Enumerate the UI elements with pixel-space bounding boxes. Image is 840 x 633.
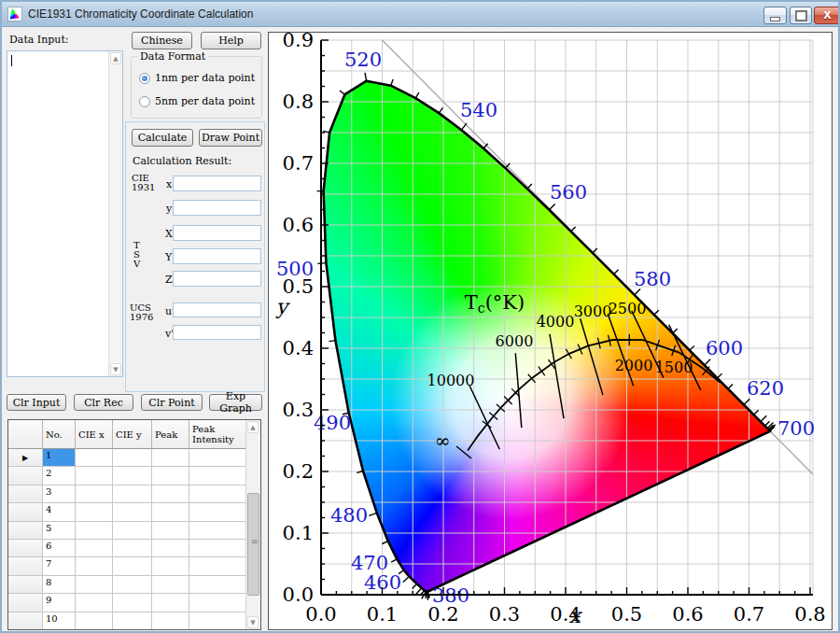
calculate-button[interactable]: Calculate xyxy=(132,129,193,147)
table-cell[interactable] xyxy=(76,557,113,575)
row-selector[interactable] xyxy=(8,503,43,521)
table-cell[interactable] xyxy=(189,522,247,540)
table-cell[interactable] xyxy=(113,467,152,485)
row-selector[interactable] xyxy=(8,522,43,540)
table-scroll-down-icon[interactable]: ▼ xyxy=(247,616,259,628)
table-row[interactable]: 6 xyxy=(8,540,247,557)
radio-1nm-icon[interactable] xyxy=(139,73,150,84)
row-selector[interactable] xyxy=(8,612,43,630)
table-cell[interactable] xyxy=(76,576,113,594)
table-scrollbar[interactable]: ▲ ▼ xyxy=(245,420,260,629)
table-cell[interactable] xyxy=(76,540,113,557)
textarea-scrollbar[interactable]: ▲ ▼ xyxy=(108,51,122,376)
table-cell[interactable] xyxy=(189,485,247,503)
row-selector[interactable] xyxy=(8,467,43,485)
table-cell[interactable] xyxy=(113,557,152,575)
radio-1nm[interactable]: 1nm per data point xyxy=(139,72,255,84)
table-cell[interactable] xyxy=(76,449,113,467)
data-input-textarea[interactable]: ▲ ▼ xyxy=(7,50,123,377)
cell-no[interactable]: 6 xyxy=(43,540,76,557)
tsv-x-field[interactable] xyxy=(173,225,261,241)
table-cell[interactable] xyxy=(152,485,189,503)
table-cell[interactable] xyxy=(113,594,152,612)
row-selector[interactable] xyxy=(8,557,43,575)
table-row[interactable]: 9 xyxy=(8,594,247,612)
table-cell[interactable] xyxy=(113,540,152,557)
cell-no[interactable]: 7 xyxy=(43,557,76,575)
table-cell[interactable] xyxy=(76,594,113,612)
chinese-button[interactable]: Chinese xyxy=(132,32,192,49)
cell-no[interactable]: 2 xyxy=(43,467,76,485)
table-cell[interactable] xyxy=(152,612,189,630)
close-button[interactable]: X xyxy=(814,7,840,24)
cell-no[interactable]: 3 xyxy=(43,485,76,503)
title-bar[interactable]: CIE1931 Chromaticity Coordinate Calculat… xyxy=(2,2,838,27)
table-cell[interactable] xyxy=(189,557,247,575)
tsv-z-field[interactable] xyxy=(173,271,261,287)
row-selector[interactable] xyxy=(8,576,43,594)
table-cell[interactable] xyxy=(152,522,189,540)
table-cell[interactable] xyxy=(152,449,189,467)
row-selector[interactable]: ▶ xyxy=(8,449,43,467)
table-cell[interactable] xyxy=(152,594,189,612)
table-cell[interactable] xyxy=(76,503,113,521)
table-cell[interactable] xyxy=(152,503,189,521)
table-cell[interactable] xyxy=(189,540,247,557)
row-selector[interactable] xyxy=(8,540,43,557)
clr-input-button[interactable]: Clr Input xyxy=(7,394,66,411)
table-row[interactable]: 4 xyxy=(8,503,247,521)
row-selector[interactable] xyxy=(8,485,43,503)
cell-no[interactable]: 4 xyxy=(43,503,76,521)
table-cell[interactable] xyxy=(113,522,152,540)
clr-point-button[interactable]: Clr Point xyxy=(141,394,203,411)
table-cell[interactable] xyxy=(76,522,113,540)
cell-no[interactable]: 8 xyxy=(43,576,76,594)
cie-y-field[interactable] xyxy=(173,200,261,216)
table-cell[interactable] xyxy=(152,576,189,594)
table-cell[interactable] xyxy=(152,540,189,557)
radio-5nm-icon[interactable] xyxy=(139,96,150,107)
table-scroll-up-icon[interactable]: ▲ xyxy=(247,421,259,433)
table-row[interactable]: 10 xyxy=(8,612,247,630)
tsv-y-field[interactable] xyxy=(173,248,261,264)
table-row[interactable]: 7 xyxy=(8,557,247,575)
scroll-down-icon[interactable]: ▼ xyxy=(110,363,121,375)
table-cell[interactable] xyxy=(189,449,247,467)
table-cell[interactable] xyxy=(189,576,247,594)
table-cell[interactable] xyxy=(152,557,189,575)
table-cell[interactable] xyxy=(76,612,113,630)
table-cell[interactable] xyxy=(113,503,152,521)
exp-graph-button[interactable]: Exp Graph xyxy=(209,394,262,411)
table-row[interactable]: 5 xyxy=(8,522,247,540)
table-row[interactable]: ▶1 xyxy=(8,449,247,467)
table-cell[interactable] xyxy=(113,485,152,503)
help-button[interactable]: Help xyxy=(201,32,261,49)
minimize-button[interactable] xyxy=(763,7,787,24)
ucs-u-field[interactable] xyxy=(173,302,261,317)
cell-no[interactable]: 10 xyxy=(43,612,76,630)
table-cell[interactable] xyxy=(189,467,247,485)
radio-5nm[interactable]: 5nm per data point xyxy=(139,95,255,107)
cie-x-field[interactable] xyxy=(173,176,261,191)
ucs-v-field[interactable] xyxy=(173,325,261,340)
results-table[interactable]: No.CIE xCIE yPeakPeak Intensity▶12345678… xyxy=(7,419,261,630)
draw-point-button[interactable]: Draw Point xyxy=(199,129,262,147)
table-cell[interactable] xyxy=(113,576,152,594)
table-cell[interactable] xyxy=(76,485,113,503)
table-row[interactable]: 2 xyxy=(8,467,247,485)
table-cell[interactable] xyxy=(152,467,189,485)
scroll-up-icon[interactable]: ▲ xyxy=(110,52,121,64)
maximize-button[interactable] xyxy=(790,7,812,24)
table-scroll-thumb[interactable] xyxy=(247,493,259,596)
row-selector[interactable] xyxy=(8,594,43,612)
table-row[interactable]: 3 xyxy=(8,485,247,503)
cell-no[interactable]: 5 xyxy=(43,522,76,540)
table-cell[interactable] xyxy=(189,594,247,612)
table-cell[interactable] xyxy=(189,612,247,630)
table-cell[interactable] xyxy=(113,612,152,630)
cell-no[interactable]: 1 xyxy=(43,449,76,467)
table-row[interactable]: 8 xyxy=(8,576,247,594)
table-cell[interactable] xyxy=(189,503,247,521)
table-cell[interactable] xyxy=(76,467,113,485)
table-cell[interactable] xyxy=(113,449,152,467)
